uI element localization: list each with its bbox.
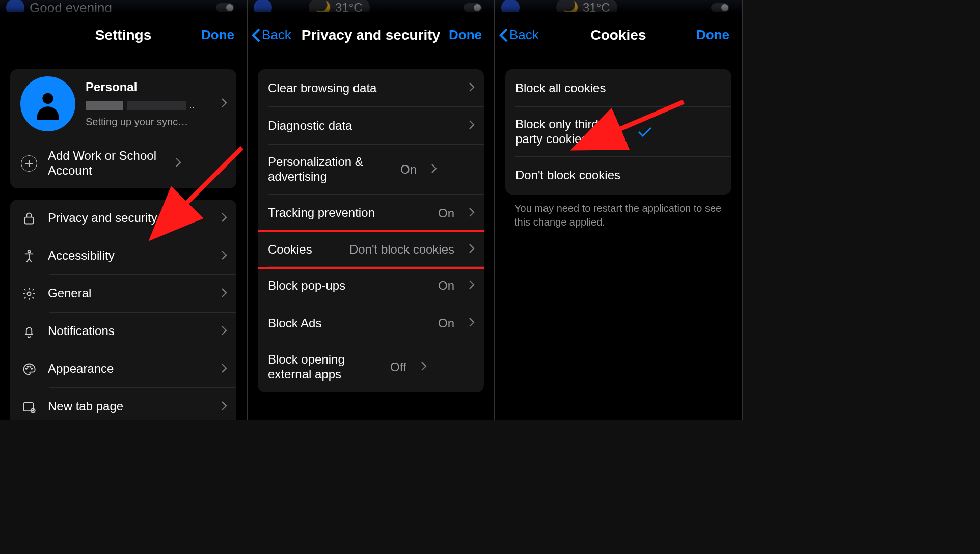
external-row[interactable]: Block opening external apps Off <box>258 342 484 392</box>
done-button[interactable]: Done <box>449 27 482 43</box>
chevron-right-icon <box>221 97 227 110</box>
dont-block-label: Don't block cookies <box>515 168 722 183</box>
personalization-value: On <box>400 162 417 177</box>
panel-cookies: 🌙 31°C Back Cookies Done Block all cooki… <box>495 0 743 420</box>
chevron-right-icon <box>221 325 227 338</box>
cookies-row[interactable]: Cookies Don't block cookies <box>258 230 484 269</box>
svg-rect-3 <box>25 217 33 224</box>
privacy-sheet: Back Privacy and security Done Clear bro… <box>248 12 494 420</box>
svg-point-8 <box>30 366 31 367</box>
privacy-row[interactable]: Privacy and security <box>10 200 236 237</box>
settings-list-group: Privacy and security Accessibility Gener… <box>10 200 236 420</box>
diagnostic-row[interactable]: Diagnostic data <box>258 107 484 145</box>
redacted-block <box>86 101 123 110</box>
block-third-row[interactable]: Block only third party cookies <box>505 107 731 157</box>
chevron-right-icon <box>469 317 475 330</box>
chevron-right-icon <box>221 287 227 300</box>
panel-privacy: 🌙 31°C Back Privacy and security Done Cl… <box>248 0 495 420</box>
add-account-row[interactable]: Add Work or School Account <box>10 138 236 188</box>
chevron-right-icon <box>421 361 427 374</box>
done-button[interactable]: Done <box>696 27 729 43</box>
cookies-title: Cookies <box>591 27 646 43</box>
chevron-right-icon <box>469 207 475 220</box>
chevron-right-icon <box>431 163 437 176</box>
bell-icon <box>20 323 38 340</box>
account-row[interactable]: Personal ‥ Setting up your sync… <box>10 69 236 138</box>
svg-point-0 <box>42 93 53 104</box>
sync-status: Setting up your sync… <box>86 116 211 128</box>
external-label: Block opening external apps <box>268 352 380 382</box>
accessibility-row[interactable]: Accessibility <box>10 237 236 275</box>
avatar-icon <box>20 76 75 131</box>
svg-point-5 <box>28 292 31 295</box>
cookies-options-group: Block all cookies Block only third party… <box>505 69 731 195</box>
settings-sheet: Settings Done Personal ‥ <box>0 12 247 420</box>
tracking-label: Tracking prevention <box>268 206 428 220</box>
svg-point-6 <box>26 368 27 369</box>
settings-navbar: Settings Done <box>0 12 247 58</box>
home-toggle-icon <box>711 3 729 12</box>
tracking-row[interactable]: Tracking prevention On <box>258 195 484 232</box>
add-account-label: Add Work or School Account <box>48 149 165 178</box>
popups-label: Block pop-ups <box>268 279 428 293</box>
popups-value: On <box>438 279 454 293</box>
notifications-row[interactable]: Notifications <box>10 313 236 350</box>
account-name: Personal <box>86 80 211 95</box>
cookies-navbar: Back Cookies Done <box>495 12 742 58</box>
notifications-label: Notifications <box>48 324 211 339</box>
privacy-navbar: Back Privacy and security Done <box>248 12 494 58</box>
chevron-right-icon <box>221 400 227 413</box>
redacted-ellipsis: ‥ <box>189 100 196 110</box>
back-label: Back <box>509 27 539 43</box>
home-toggle-icon <box>464 3 482 12</box>
svg-point-7 <box>28 366 29 367</box>
ads-value: On <box>438 316 454 330</box>
appearance-label: Appearance <box>48 362 211 376</box>
personalization-label: Personalization & advertising <box>268 155 390 184</box>
cookies-footer-note: You may need to restart the application … <box>505 195 731 236</box>
diagnostic-label: Diagnostic data <box>268 119 458 133</box>
chevron-right-icon <box>221 363 227 376</box>
chevron-right-icon <box>221 250 227 263</box>
back-button[interactable]: Back <box>499 27 539 43</box>
newtab-icon <box>20 398 38 416</box>
account-group: Personal ‥ Setting up your sync… <box>10 69 236 188</box>
appearance-row[interactable]: Appearance <box>10 350 236 388</box>
panel-settings: Good evening Settings Done Personal <box>0 0 248 420</box>
done-button[interactable]: Done <box>201 27 234 43</box>
plus-circle-icon <box>20 155 38 172</box>
block-all-label: Block all cookies <box>515 81 722 96</box>
home-toggle-icon <box>216 3 234 12</box>
dont-block-row[interactable]: Don't block cookies <box>505 157 731 195</box>
popups-row[interactable]: Block pop-ups On <box>258 267 484 304</box>
personalization-row[interactable]: Personalization & advertising On <box>258 145 484 195</box>
cookies-value: Don't block cookies <box>322 242 454 257</box>
back-button[interactable]: Back <box>252 27 291 43</box>
chevron-right-icon <box>469 279 475 292</box>
lock-icon <box>20 210 38 227</box>
block-all-row[interactable]: Block all cookies <box>505 69 731 107</box>
check-icon <box>638 127 652 137</box>
chevron-right-icon <box>469 81 475 95</box>
svg-rect-10 <box>24 402 34 410</box>
privacy-list-group: Clear browsing data Diagnostic data Pers… <box>258 69 484 392</box>
svg-point-9 <box>31 368 32 369</box>
block-third-label: Block only third party cookies <box>515 117 628 147</box>
ads-row[interactable]: Block Ads On <box>258 304 484 342</box>
svg-point-4 <box>28 250 31 253</box>
privacy-label: Privacy and security <box>48 211 211 226</box>
accessibility-icon <box>20 247 38 265</box>
privacy-title: Privacy and security <box>302 27 440 43</box>
clear-data-row[interactable]: Clear browsing data <box>258 69 484 107</box>
gear-icon <box>20 285 38 302</box>
chevron-right-icon <box>469 243 475 256</box>
settings-title: Settings <box>95 27 151 43</box>
redacted-block <box>127 101 186 110</box>
palette-icon <box>20 361 38 378</box>
external-value: Off <box>390 360 406 374</box>
newtab-row[interactable]: New tab page <box>10 388 236 420</box>
chevron-right-icon <box>175 157 181 170</box>
tracking-value: On <box>438 206 454 220</box>
general-row[interactable]: General <box>10 275 236 313</box>
back-label: Back <box>262 27 291 43</box>
